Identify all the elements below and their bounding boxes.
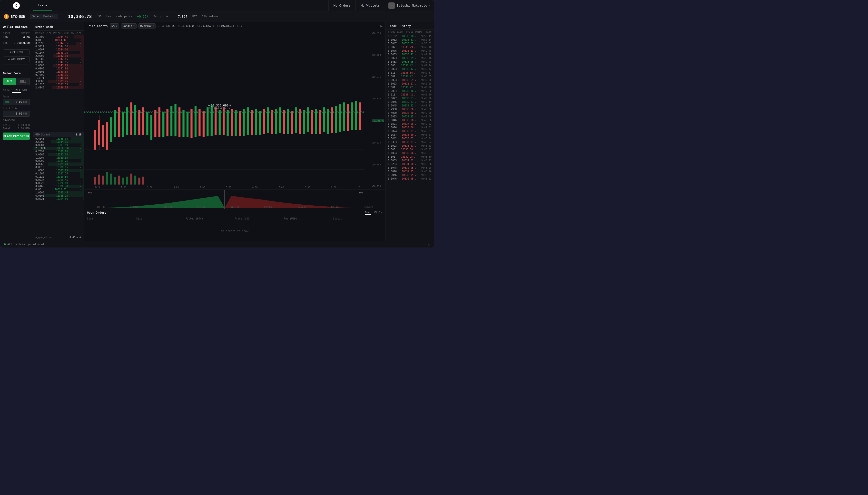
asset-btc: BTC (3, 41, 8, 45)
trade-history-row: 0.2968 10336.80 ↙ 9:49:06 (386, 107, 434, 111)
svg-rect-82 (118, 176, 120, 185)
spread-label: USD Spread (35, 133, 50, 136)
order-book-bid-row[interactable]: 0.0984 10333.50 - (33, 143, 84, 147)
order-book-bid-row[interactable]: 0.0037 10326.45 - (33, 178, 84, 182)
order-book-bid-row[interactable]: 3.0268 10329.00 - (33, 163, 84, 166)
advanced-toggle[interactable]: Advanced ▾ (3, 119, 30, 121)
trade-history-row: 0.0046 10338.98 ↙ 9:49:06 (386, 118, 434, 122)
pair-label: BTC-USD (11, 15, 25, 18)
my-wallets-button[interactable]: My Wallets (356, 0, 384, 11)
order-book-bid-row[interactable]: 25.3000 10333.00 - (33, 147, 84, 150)
order-book-ask-row[interactable]: 0.1000 10342.85 - (33, 57, 84, 61)
amount-field[interactable]: Max 0.00 BTC (3, 99, 30, 105)
order-book-ask-row[interactable]: 0.01 10344.40 - (33, 38, 84, 42)
svg-rect-49 (255, 109, 257, 135)
stop-tab[interactable]: STOP (21, 88, 30, 93)
user-area[interactable]: Satoshi Nakamoto ▾ (385, 0, 434, 11)
svg-rect-84 (126, 176, 128, 185)
svg-rect-29 (175, 104, 177, 136)
order-book-bid-row[interactable]: 0.0999 10329.25 - (33, 159, 84, 163)
order-book-bid-row[interactable]: 0.0021 10324.50 - (33, 197, 84, 201)
order-book-bid-row[interactable]: 0.1000 10327.25 - (33, 172, 84, 175)
order-book-ask-row[interactable]: 1.0000 10340.65 - (33, 70, 84, 73)
order-book-bid-row[interactable]: 0.0023 10326.40 - (33, 182, 84, 185)
order-book-bid-row[interactable]: 3.0000 10331.00 - (33, 153, 84, 156)
user-name: Satoshi Nakamoto (397, 4, 427, 7)
max-link[interactable]: Max (5, 101, 10, 103)
fills-tab[interactable]: Fills (374, 211, 382, 215)
ohlcv-l: L: 10,336.78 (197, 24, 214, 27)
svg-rect-26 (162, 112, 164, 137)
withdraw-button[interactable]: ⊖ WITHDRAW (3, 56, 30, 62)
svg-rect-80 (110, 174, 112, 185)
order-book-ask-row[interactable]: 2.4140 10336.55 - (33, 86, 84, 89)
svg-rect-75 (359, 102, 361, 130)
svg-rect-46 (243, 109, 245, 136)
order-book-bid-row[interactable]: 0.1022 10326.50 - (33, 175, 84, 178)
trade-history-panel: Trade History Trade Size Price (USD) Tim… (385, 22, 434, 241)
order-book-ask-row[interactable]: 0.0688 10342.15 - (33, 61, 84, 64)
nav-tab-trade[interactable]: Trade (33, 0, 52, 11)
open-orders-tab[interactable]: Open (365, 211, 371, 215)
wallet-table: USD 0.00 BTC 0.00000000 (3, 36, 30, 47)
sell-tab[interactable]: SELL (16, 78, 30, 85)
ohlcv-h: H: 10,338.05 (178, 24, 194, 27)
order-book-ask-row[interactable]: 1.4371 10340.00 - (33, 76, 84, 80)
fee-label: Fee = (3, 124, 10, 126)
order-book-bid-row[interactable]: 0.4045 10335.05 - (33, 137, 84, 140)
order-book-ask-row[interactable]: 0.1320 10337.35 - (33, 83, 84, 86)
overlay-select[interactable]: Overlay ▾ (138, 23, 156, 29)
svg-rect-45 (239, 111, 241, 136)
order-book-panel: Order Book Market Size Price (USD) My Si… (33, 22, 84, 241)
chart-type-select[interactable]: Candle ▾ (121, 23, 136, 29)
nav-tabs: Trade (33, 0, 328, 11)
order-book-ask-row[interactable]: 0.5922 10344.30 - (33, 45, 84, 48)
trade-history-row: 0.0023 10333.01 ↙ 9:48:53 (386, 144, 434, 148)
chart-forward-icon[interactable]: ▶ (380, 24, 383, 28)
place-order-button[interactable]: PLACE BUY ORDER (3, 133, 30, 140)
timeframe-select[interactable]: 5m ▾ (110, 23, 119, 29)
order-book-bid-row[interactable]: 0.6168 10326.30 - (33, 185, 84, 188)
order-book-ask-row[interactable]: 0.2999 10344.35 - (33, 42, 84, 45)
order-book-bid-row[interactable]: 0.05 10325.75 - (33, 188, 84, 191)
my-orders-button[interactable]: My Orders (328, 0, 356, 11)
total-value: 0.00 USD (18, 127, 30, 130)
wallet-col-headers: Asset Amount (3, 32, 30, 34)
limit-tab[interactable]: LIMIT (12, 88, 21, 93)
order-book-ask-row[interactable]: 1.0007 10344.00 - (33, 48, 84, 51)
order-book-bid-row[interactable]: 1.0000 10325.45 - (33, 191, 84, 194)
order-book-bid-row[interactable]: 2.5000 10334.95 - (33, 140, 84, 143)
depth-chart: -300 300 $10,130 $10,180 $10,230 $10,280… (84, 189, 385, 209)
svg-rect-32 (186, 112, 189, 137)
order-book-ask-row[interactable]: 2.0000 10341.95 - (33, 64, 84, 67)
settings-icon[interactable]: ⚙ (428, 242, 430, 246)
limit-price-field[interactable]: 0.00 USD (3, 110, 30, 117)
order-book-footer: Aggregation 0.05 − + (33, 234, 84, 241)
svg-rect-83 (122, 177, 124, 185)
main-chart-area[interactable]: $10,425 $10,400 $10,375 $10,350 10,336.7… (84, 30, 385, 189)
order-book-bid-row[interactable]: 6.0000 10325.25 - (33, 194, 84, 197)
order-book-ask-row[interactable]: 0.7599 10340.35 - (33, 73, 84, 76)
status-left: All Systems Operational (4, 243, 44, 246)
order-book-ask-row[interactable]: 0.6100 10341.80 - (33, 67, 84, 70)
order-book-bid-row[interactable]: 1.0000 10327.95 - (33, 169, 84, 172)
order-book-ask-row[interactable]: 3.0000 10339.25 - (33, 80, 84, 83)
svg-rect-70 (339, 104, 341, 132)
last-price: 10,336.78 (68, 14, 92, 19)
order-book-bid-row[interactable]: 0.7599 10332.90 - (33, 150, 84, 153)
market-select[interactable]: Select Market ▾ (30, 14, 58, 19)
increase-aggregation-button[interactable]: + (80, 235, 81, 239)
order-book-bid-row[interactable]: 1.2904 10329.35 - (33, 156, 84, 159)
open-orders-cols: Side Size Filled (BTC) Price (USD) Fee (… (84, 216, 385, 221)
order-book-ask-row[interactable]: 2.0000 10342.90 - (33, 54, 84, 57)
order-book-ask-row[interactable]: 3.1400 10344.45 - (33, 35, 84, 38)
decrease-aggregation-button[interactable]: − (76, 235, 78, 239)
order-book-bid-row[interactable]: 0.0010 10328.15 - (33, 166, 84, 169)
buy-tab[interactable]: BUY (3, 78, 16, 85)
deposit-button[interactable]: ⊕ DEPOSIT (3, 49, 30, 55)
svg-rect-74 (355, 101, 357, 130)
svg-rect-19 (134, 105, 136, 135)
market-tab[interactable]: MARKET (3, 88, 12, 93)
order-book-ask-row[interactable]: 0.1047 10343.75 - (33, 51, 84, 54)
trade-history-row: 0.1094 10332.96 ↙ 9:48:53 (386, 151, 434, 155)
